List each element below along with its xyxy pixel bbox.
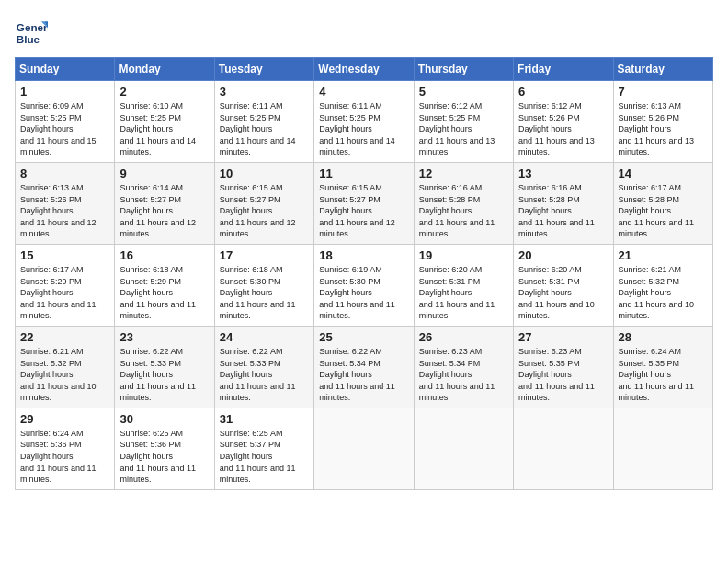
calendar-week-2: 8 Sunrise: 6:13 AMSunset: 5:26 PMDayligh… (16, 162, 713, 244)
day-info: Sunrise: 6:14 AMSunset: 5:27 PMDaylight … (119, 183, 196, 238)
day-number: 13 (518, 167, 608, 180)
day-info: Sunrise: 6:16 AMSunset: 5:28 PMDaylight … (419, 183, 495, 238)
day-info: Sunrise: 6:17 AMSunset: 5:29 PMDaylight … (20, 265, 97, 320)
day-number: 4 (319, 85, 408, 98)
calendar-cell: 7 Sunrise: 6:13 AMSunset: 5:26 PMDayligh… (613, 81, 712, 163)
day-number: 23 (119, 330, 209, 344)
day-number: 9 (119, 167, 209, 180)
day-number: 31 (220, 412, 309, 426)
day-info: Sunrise: 6:24 AMSunset: 5:35 PMDaylight … (619, 347, 695, 402)
calendar-cell: 22 Sunrise: 6:21 AMSunset: 5:32 PMDaylig… (16, 326, 115, 408)
day-number: 2 (119, 85, 209, 98)
calendar-week-4: 22 Sunrise: 6:21 AMSunset: 5:32 PMDaylig… (16, 326, 713, 408)
day-number: 28 (619, 330, 708, 344)
day-info: Sunrise: 6:22 AMSunset: 5:34 PMDaylight … (319, 347, 395, 402)
calendar-cell: 28 Sunrise: 6:24 AMSunset: 5:35 PMDaylig… (613, 326, 712, 408)
day-number: 3 (220, 85, 309, 98)
day-info: Sunrise: 6:16 AMSunset: 5:28 PMDaylight … (518, 183, 595, 238)
calendar-cell: 27 Sunrise: 6:23 AMSunset: 5:35 PMDaylig… (514, 326, 613, 408)
calendar-cell: 6 Sunrise: 6:12 AMSunset: 5:26 PMDayligh… (514, 81, 613, 163)
calendar-cell: 8 Sunrise: 6:13 AMSunset: 5:26 PMDayligh… (16, 162, 115, 244)
day-info: Sunrise: 6:15 AMSunset: 5:27 PMDaylight … (220, 183, 296, 238)
day-info: Sunrise: 6:18 AMSunset: 5:30 PMDaylight … (220, 265, 296, 320)
calendar-cell: 16 Sunrise: 6:18 AMSunset: 5:29 PMDaylig… (115, 244, 214, 326)
calendar-cell: 29 Sunrise: 6:24 AMSunset: 5:36 PMDaylig… (16, 408, 115, 489)
day-number: 16 (119, 248, 209, 262)
weekday-header-saturday: Saturday (613, 58, 712, 81)
day-number: 18 (319, 248, 408, 262)
weekday-header-friday: Friday (514, 58, 613, 81)
calendar-cell: 11 Sunrise: 6:15 AMSunset: 5:27 PMDaylig… (314, 162, 414, 244)
day-number: 25 (319, 330, 408, 344)
calendar-header: SundayMondayTuesdayWednesdayThursdayFrid… (16, 58, 713, 81)
calendar-week-3: 15 Sunrise: 6:17 AMSunset: 5:29 PMDaylig… (16, 244, 713, 326)
day-number: 6 (518, 85, 608, 98)
day-info: Sunrise: 6:19 AMSunset: 5:30 PMDaylight … (319, 265, 395, 320)
day-number: 27 (518, 330, 608, 344)
day-info: Sunrise: 6:23 AMSunset: 5:35 PMDaylight … (518, 347, 595, 402)
day-number: 5 (419, 85, 508, 98)
calendar-cell (514, 408, 613, 489)
weekday-header-wednesday: Wednesday (314, 58, 414, 81)
day-info: Sunrise: 6:10 AMSunset: 5:25 PMDaylight … (119, 101, 196, 156)
day-number: 21 (619, 248, 708, 262)
day-info: Sunrise: 6:13 AMSunset: 5:26 PMDaylight … (20, 183, 97, 238)
day-number: 7 (619, 85, 708, 98)
day-info: Sunrise: 6:17 AMSunset: 5:28 PMDaylight … (619, 183, 695, 238)
day-info: Sunrise: 6:24 AMSunset: 5:36 PMDaylight … (20, 429, 97, 484)
calendar-cell: 10 Sunrise: 6:15 AMSunset: 5:27 PMDaylig… (214, 162, 313, 244)
weekday-header-monday: Monday (115, 58, 214, 81)
calendar-cell: 13 Sunrise: 6:16 AMSunset: 5:28 PMDaylig… (514, 162, 613, 244)
calendar-cell: 12 Sunrise: 6:16 AMSunset: 5:28 PMDaylig… (414, 162, 513, 244)
day-info: Sunrise: 6:18 AMSunset: 5:29 PMDaylight … (119, 265, 196, 320)
day-info: Sunrise: 6:09 AMSunset: 5:25 PMDaylight … (20, 101, 97, 156)
page-header: General Blue (15, 15, 713, 48)
calendar-cell: 15 Sunrise: 6:17 AMSunset: 5:29 PMDaylig… (16, 244, 115, 326)
calendar-cell: 4 Sunrise: 6:11 AMSunset: 5:25 PMDayligh… (314, 81, 414, 163)
weekday-header-sunday: Sunday (16, 58, 115, 81)
calendar-cell: 21 Sunrise: 6:21 AMSunset: 5:32 PMDaylig… (613, 244, 712, 326)
calendar-cell (613, 408, 712, 489)
day-info: Sunrise: 6:25 AMSunset: 5:37 PMDaylight … (220, 429, 296, 484)
calendar-cell: 3 Sunrise: 6:11 AMSunset: 5:25 PMDayligh… (214, 81, 313, 163)
day-number: 17 (220, 248, 309, 262)
day-number: 30 (119, 412, 209, 426)
day-info: Sunrise: 6:23 AMSunset: 5:34 PMDaylight … (419, 347, 495, 402)
day-number: 14 (619, 167, 708, 180)
day-number: 29 (20, 412, 109, 426)
day-number: 26 (419, 330, 508, 344)
day-info: Sunrise: 6:22 AMSunset: 5:33 PMDaylight … (119, 347, 196, 402)
weekday-header-tuesday: Tuesday (214, 58, 313, 81)
logo: General Blue (15, 15, 48, 48)
calendar-cell: 2 Sunrise: 6:10 AMSunset: 5:25 PMDayligh… (115, 81, 214, 163)
day-info: Sunrise: 6:20 AMSunset: 5:31 PMDaylight … (419, 265, 495, 320)
day-number: 12 (419, 167, 508, 180)
logo-icon: General Blue (15, 15, 48, 48)
day-info: Sunrise: 6:21 AMSunset: 5:32 PMDaylight … (619, 265, 695, 320)
calendar-cell: 18 Sunrise: 6:19 AMSunset: 5:30 PMDaylig… (314, 244, 414, 326)
day-number: 11 (319, 167, 408, 180)
calendar-cell: 14 Sunrise: 6:17 AMSunset: 5:28 PMDaylig… (613, 162, 712, 244)
calendar-body: 1 Sunrise: 6:09 AMSunset: 5:25 PMDayligh… (16, 81, 713, 490)
calendar-cell: 30 Sunrise: 6:25 AMSunset: 5:36 PMDaylig… (115, 408, 214, 489)
day-number: 10 (220, 167, 309, 180)
calendar-week-5: 29 Sunrise: 6:24 AMSunset: 5:36 PMDaylig… (16, 408, 713, 489)
day-info: Sunrise: 6:21 AMSunset: 5:32 PMDaylight … (20, 347, 97, 402)
calendar-cell: 5 Sunrise: 6:12 AMSunset: 5:25 PMDayligh… (414, 81, 513, 163)
calendar-cell: 24 Sunrise: 6:22 AMSunset: 5:33 PMDaylig… (214, 326, 313, 408)
day-info: Sunrise: 6:22 AMSunset: 5:33 PMDaylight … (220, 347, 296, 402)
day-info: Sunrise: 6:11 AMSunset: 5:25 PMDaylight … (220, 101, 296, 156)
day-info: Sunrise: 6:13 AMSunset: 5:26 PMDaylight … (619, 101, 695, 156)
day-number: 1 (20, 85, 109, 98)
calendar-week-1: 1 Sunrise: 6:09 AMSunset: 5:25 PMDayligh… (16, 81, 713, 163)
calendar-cell: 19 Sunrise: 6:20 AMSunset: 5:31 PMDaylig… (414, 244, 513, 326)
calendar-cell: 26 Sunrise: 6:23 AMSunset: 5:34 PMDaylig… (414, 326, 513, 408)
calendar-table: SundayMondayTuesdayWednesdayThursdayFrid… (15, 57, 713, 490)
day-info: Sunrise: 6:20 AMSunset: 5:31 PMDaylight … (518, 265, 595, 320)
weekday-header-thursday: Thursday (414, 58, 513, 81)
day-number: 8 (20, 167, 109, 180)
day-info: Sunrise: 6:25 AMSunset: 5:36 PMDaylight … (119, 429, 196, 484)
day-number: 22 (20, 330, 109, 344)
day-number: 20 (518, 248, 608, 262)
day-info: Sunrise: 6:12 AMSunset: 5:25 PMDaylight … (419, 101, 495, 156)
